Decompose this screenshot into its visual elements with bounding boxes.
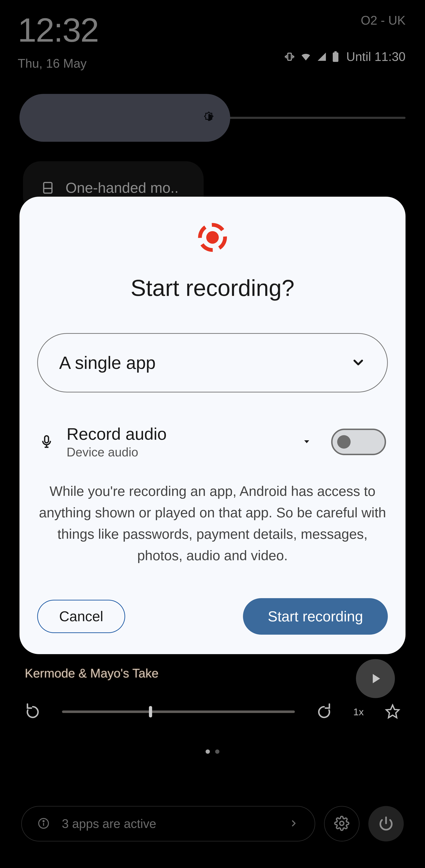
dialog-title: Start recording? bbox=[37, 275, 388, 301]
record-audio-subtitle: Device audio bbox=[67, 445, 289, 459]
media-progress-slider[interactable] bbox=[62, 711, 295, 713]
bottom-row: 3 apps are active bbox=[21, 806, 404, 841]
phone-screen: 12:32 O2 - UK Thu, 16 May Until 11:30 bbox=[0, 0, 425, 868]
svg-point-19 bbox=[43, 820, 44, 822]
active-apps-label: 3 apps are active bbox=[62, 817, 276, 831]
media-player: Kermode & Mayo's Take 1x bbox=[25, 666, 400, 720]
dialog-button-row: Cancel Start recording bbox=[37, 598, 388, 634]
forward-icon[interactable] bbox=[316, 704, 332, 720]
record-icon bbox=[197, 221, 228, 253]
rewind-icon[interactable] bbox=[25, 704, 41, 720]
active-apps-chip[interactable]: 3 apps are active bbox=[21, 806, 315, 841]
chevron-down-icon bbox=[351, 355, 366, 371]
start-recording-button[interactable]: Start recording bbox=[243, 598, 388, 634]
chevron-right-icon bbox=[289, 818, 299, 829]
record-audio-text: Record audio Device audio bbox=[67, 424, 289, 459]
microphone-icon bbox=[39, 434, 54, 450]
power-icon bbox=[379, 816, 394, 832]
svg-marker-14 bbox=[304, 440, 309, 443]
svg-point-10 bbox=[206, 231, 219, 244]
audio-source-dropdown[interactable] bbox=[302, 437, 312, 447]
recording-warning-text: While you're recording an app, Android h… bbox=[37, 480, 388, 566]
pager-dot bbox=[215, 749, 220, 754]
svg-rect-11 bbox=[45, 436, 48, 443]
record-audio-row: Record audio Device audio bbox=[37, 424, 388, 459]
slider-thumb bbox=[149, 706, 152, 717]
dropdown-selected-label: A single app bbox=[59, 352, 156, 373]
cancel-button[interactable]: Cancel bbox=[37, 600, 125, 633]
pager-dot-active bbox=[205, 749, 210, 754]
svg-marker-15 bbox=[386, 705, 399, 718]
gear-icon bbox=[334, 816, 349, 832]
playback-speed[interactable]: 1x bbox=[353, 706, 364, 718]
star-outline-icon[interactable] bbox=[385, 704, 400, 720]
play-button[interactable] bbox=[356, 659, 395, 698]
svg-marker-16 bbox=[373, 674, 380, 683]
player-controls: 1x bbox=[25, 704, 400, 720]
media-title: Kermode & Mayo's Take bbox=[25, 666, 400, 680]
recording-scope-dropdown[interactable]: A single app bbox=[37, 333, 388, 393]
record-audio-title: Record audio bbox=[67, 424, 289, 444]
svg-point-20 bbox=[340, 822, 344, 826]
start-recording-dialog: Start recording? A single app Record aud… bbox=[20, 197, 405, 654]
toggle-thumb bbox=[337, 435, 351, 448]
pager-dots bbox=[205, 749, 220, 754]
power-button[interactable] bbox=[368, 806, 404, 841]
record-audio-toggle[interactable] bbox=[331, 429, 386, 455]
settings-button[interactable] bbox=[324, 806, 359, 841]
info-icon bbox=[38, 817, 50, 830]
